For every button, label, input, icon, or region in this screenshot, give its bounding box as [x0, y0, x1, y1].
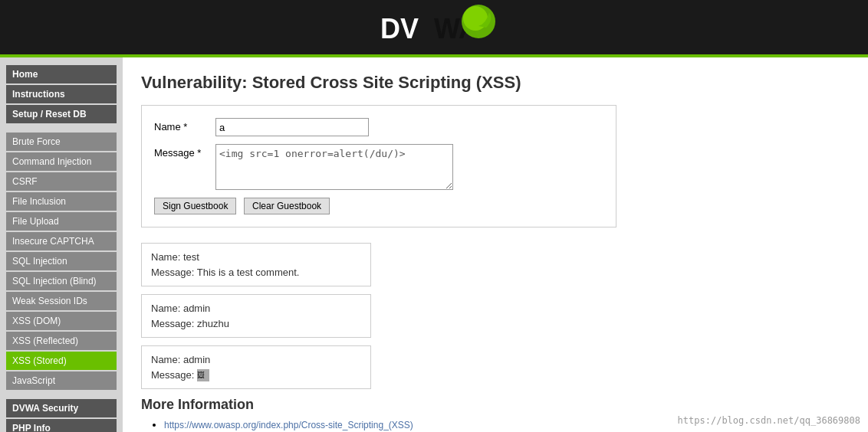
sidebar-item-command-injection[interactable]: Command Injection — [6, 152, 117, 171]
sidebar-item-setup[interactable]: Setup / Reset DB — [6, 105, 117, 123]
sign-guestbook-button[interactable]: Sign Guestbook — [154, 198, 236, 214]
comment-2-message: Message: zhuzhu — [151, 316, 361, 332]
broken-image-icon: 🖼 — [197, 369, 209, 381]
clear-guestbook-button[interactable]: Clear Guestbook — [244, 198, 330, 214]
message-textarea[interactable]: <img src=1 onerror=alert(/du/)> — [215, 144, 453, 190]
form-buttons: Sign Guestbook Clear Guestbook — [154, 198, 603, 214]
message-label: Message * — [154, 144, 215, 159]
more-info-section: More Information https://www.owasp.org/i… — [141, 397, 850, 432]
sidebar-item-csrf[interactable]: CSRF — [6, 172, 117, 191]
svg-text:DV: DV — [380, 13, 419, 44]
comment-1-message: Message: This is a test comment. — [151, 265, 361, 280]
name-label: Name * — [154, 118, 215, 133]
name-input[interactable] — [215, 118, 369, 136]
sidebar-divider-2 — [6, 391, 117, 399]
sidebar-item-dvwa-security[interactable]: DVWA Security — [6, 399, 117, 417]
sidebar-item-javascript[interactable]: JavaScript — [6, 371, 117, 390]
logo: DV WA — [373, 5, 495, 51]
sidebar-item-insecure-captcha[interactable]: Insecure CAPTCHA — [6, 232, 117, 250]
sidebar-item-brute-force[interactable]: Brute Force — [6, 133, 117, 151]
name-row: Name * — [154, 118, 603, 136]
sidebar-divider-1 — [6, 125, 117, 133]
sidebar-item-php-info[interactable]: PHP Info — [6, 419, 117, 432]
sidebar-item-file-inclusion[interactable]: File Inclusion — [6, 192, 117, 211]
comment-3-message: Message: 🖼 — [151, 368, 361, 383]
logo-svg: DV WA — [373, 5, 495, 51]
more-info-link-0[interactable]: https://www.owasp.org/index.php/Cross-si… — [164, 420, 413, 430]
sidebar-item-sql-injection[interactable]: SQL Injection — [6, 252, 117, 270]
content-area: Vulnerability: Stored Cross Site Scripti… — [123, 57, 868, 432]
comment-3-name: Name: admin — [151, 352, 361, 368]
sidebar-item-file-upload[interactable]: File Upload — [6, 212, 117, 231]
sidebar-item-weak-session-ids[interactable]: Weak Session IDs — [6, 292, 117, 310]
comment-1: Name: test Message: This is a test comme… — [141, 243, 371, 286]
sidebar-item-instructions[interactable]: Instructions — [6, 85, 117, 103]
page-title: Vulnerability: Stored Cross Site Scripti… — [141, 73, 850, 93]
message-row: Message * <img src=1 onerror=alert(/du/)… — [154, 144, 603, 190]
sidebar-item-home[interactable]: Home — [6, 65, 117, 83]
sidebar-item-xss-dom[interactable]: XSS (DOM) — [6, 312, 117, 330]
comment-2-name: Name: admin — [151, 301, 361, 316]
main-wrap: Home Instructions Setup / Reset DB Brute… — [0, 57, 868, 432]
sidebar-item-xss-reflected[interactable]: XSS (Reflected) — [6, 332, 117, 350]
header: DV WA — [0, 0, 868, 57]
footer-watermark: https://blog.csdn.net/qq_36869808 — [678, 415, 860, 426]
comment-1-name: Name: test — [151, 250, 361, 265]
more-info-title: More Information — [141, 397, 850, 413]
sidebar-item-sql-injection-blind[interactable]: SQL Injection (Blind) — [6, 272, 117, 290]
sidebar-item-xss-stored[interactable]: XSS (Stored) — [6, 352, 117, 370]
sidebar: Home Instructions Setup / Reset DB Brute… — [0, 57, 123, 432]
comment-2: Name: admin Message: zhuzhu — [141, 294, 371, 338]
comment-3: Name: admin Message: 🖼 — [141, 345, 371, 389]
guestbook-form: Name * Message * <img src=1 onerror=aler… — [141, 105, 616, 227]
